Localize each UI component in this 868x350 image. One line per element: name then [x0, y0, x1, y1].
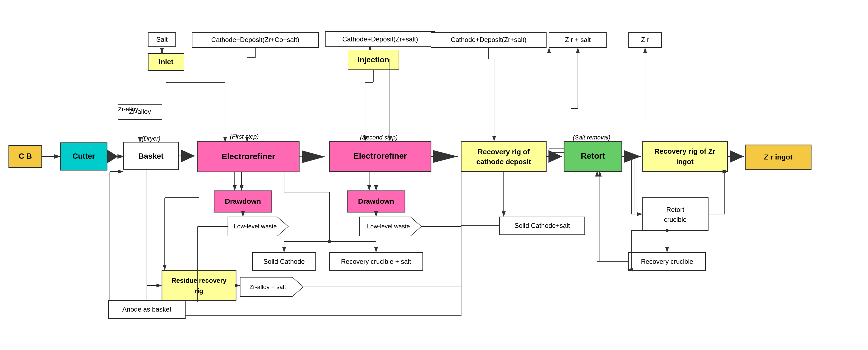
- svg-text:Cathode+Deposit(Zr+Co+salt): Cathode+Deposit(Zr+Co+salt): [211, 36, 300, 43]
- svg-rect-57: [461, 141, 546, 171]
- svg-text:Z r  ingot: Z r ingot: [764, 153, 793, 161]
- svg-text:Low-level waste: Low-level waste: [234, 223, 277, 230]
- svg-text:Basket: Basket: [138, 152, 164, 160]
- svg-marker-71: [730, 150, 744, 163]
- svg-text:(First step): (First step): [230, 133, 258, 140]
- svg-text:Cathode+Deposit(Zr+salt): Cathode+Deposit(Zr+salt): [451, 36, 527, 43]
- svg-text:Recovery rig of Zr: Recovery rig of Zr: [654, 147, 716, 155]
- svg-text:ingot: ingot: [676, 158, 694, 166]
- svg-text:Inlet: Inlet: [159, 58, 174, 66]
- svg-point-144: [723, 170, 726, 173]
- svg-text:Z r: Z r: [641, 36, 649, 43]
- svg-text:Recovery crucible: Recovery crucible: [641, 258, 693, 265]
- svg-text:Electrorefiner: Electrorefiner: [221, 152, 275, 161]
- svg-text:rig: rig: [195, 287, 204, 294]
- svg-text:Residue recovery: Residue recovery: [172, 277, 227, 284]
- svg-text:Recovery crucible + salt: Recovery crucible + salt: [341, 258, 411, 265]
- svg-text:C B: C B: [19, 152, 32, 160]
- flow-diagram-svg: C B Cutter Zr-alloy Basket (Dryer) Inlet…: [0, 0, 868, 350]
- diagram-container: C B Cutter Zr-alloy Basket (Dryer) Inlet…: [0, 0, 868, 350]
- svg-text:Drawdown: Drawdown: [225, 197, 261, 205]
- svg-text:Injection: Injection: [358, 56, 389, 64]
- zr-alloy-label: Zr-alloy: [118, 106, 138, 113]
- svg-marker-17: [181, 150, 195, 162]
- svg-text:Low-level waste: Low-level waste: [367, 223, 410, 230]
- svg-text:Electrorefiner: Electrorefiner: [353, 151, 407, 160]
- svg-text:(Second step): (Second step): [360, 134, 398, 141]
- svg-rect-67: [642, 141, 727, 171]
- svg-text:Salt: Salt: [156, 36, 168, 43]
- svg-text:Cathode+Deposit(Zr+salt): Cathode+Deposit(Zr+salt): [342, 35, 418, 43]
- svg-text:Solid Cathode: Solid Cathode: [264, 258, 305, 265]
- svg-point-42: [369, 47, 371, 50]
- svg-text:(Salt removal): (Salt removal): [573, 134, 611, 141]
- svg-text:Drawdown: Drawdown: [358, 197, 394, 205]
- svg-rect-125: [642, 198, 708, 231]
- svg-text:Cutter: Cutter: [72, 152, 95, 160]
- svg-rect-110: [162, 271, 236, 300]
- svg-text:Retort: Retort: [666, 206, 684, 213]
- svg-text:Solid Cathode+salt: Solid Cathode+salt: [515, 222, 570, 229]
- svg-text:Z r + salt: Z r + salt: [565, 36, 591, 43]
- svg-marker-52: [433, 150, 458, 163]
- svg-marker-36: [302, 151, 325, 163]
- svg-text:(Dryer): (Dryer): [142, 135, 160, 142]
- svg-text:Retort: Retort: [581, 151, 605, 160]
- svg-text:Zr-alloy + salt: Zr-alloy + salt: [250, 284, 286, 290]
- svg-text:cathode deposit: cathode deposit: [476, 158, 531, 166]
- svg-text:crucible: crucible: [664, 216, 687, 223]
- svg-text:Recovery rig of: Recovery rig of: [478, 148, 530, 156]
- svg-point-23: [161, 51, 163, 54]
- svg-marker-61: [549, 150, 562, 163]
- svg-text:Anode as basket: Anode as basket: [122, 306, 172, 313]
